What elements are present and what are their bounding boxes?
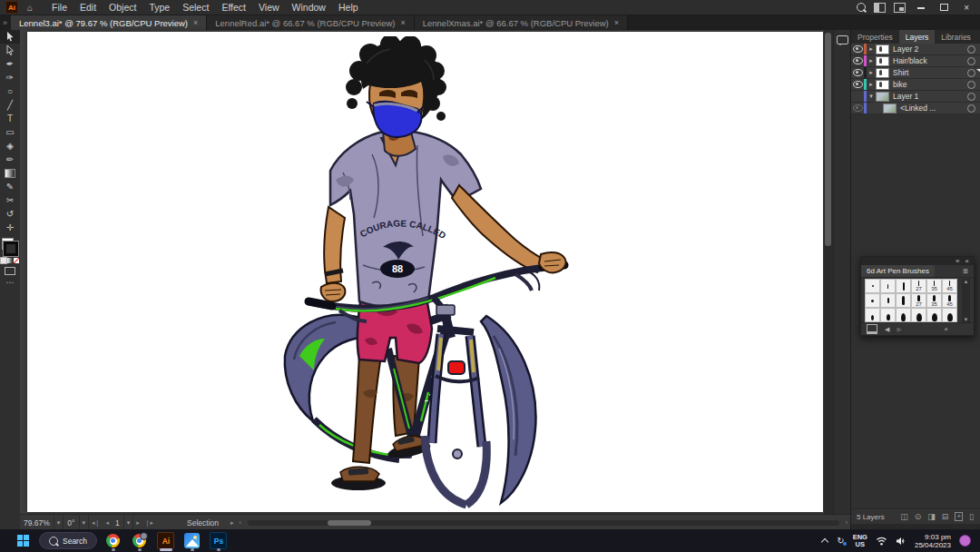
layer-row-shirt[interactable]: ▸ Shirt — [851, 67, 980, 79]
target-circle[interactable] — [967, 93, 975, 101]
search-icon[interactable] — [857, 3, 866, 12]
notification-badge[interactable] — [959, 535, 971, 547]
next-artboard-icon[interactable]: ▸ — [133, 519, 142, 527]
volume-icon[interactable] — [896, 537, 906, 546]
chrome-profile2-app-button[interactable] — [130, 531, 150, 551]
brush-swatch[interactable] — [926, 308, 942, 322]
tab-properties[interactable]: Properties — [851, 30, 899, 44]
expand-icon[interactable]: ▸ — [867, 69, 876, 76]
layer-row-layer2[interactable]: ▸ Layer 2 — [851, 44, 980, 55]
collapse-panel-icon[interactable]: « — [956, 257, 959, 265]
scroll-right-icon[interactable]: › — [843, 519, 850, 526]
none-button[interactable] — [14, 258, 19, 263]
first-artboard-icon[interactable]: ◂❘ — [89, 519, 103, 527]
brush-swatch[interactable]: 35 — [926, 293, 942, 308]
brush-libraries-icon[interactable] — [867, 324, 877, 334]
gradient-button[interactable] — [7, 258, 13, 263]
brush-swatch[interactable]: 45 — [942, 293, 957, 308]
prev-artboard-icon[interactable]: ◂ — [103, 519, 112, 527]
brush-swatch[interactable]: 35 — [926, 279, 942, 293]
menu-help[interactable]: Help — [332, 0, 365, 15]
taskbar-search[interactable]: Search — [39, 532, 97, 549]
close-tab-icon[interactable]: × — [400, 18, 405, 27]
collect-for-export-icon[interactable]: ◫ — [900, 512, 908, 521]
target-circle[interactable] — [967, 57, 975, 65]
type-tool[interactable]: T — [0, 112, 20, 125]
color-mode-buttons[interactable] — [0, 258, 20, 263]
brush-swatch[interactable] — [865, 308, 880, 322]
rotate-view-tool[interactable]: ↺ — [0, 207, 20, 221]
edit-toolbar-icon[interactable]: ⋯ — [0, 278, 20, 287]
close-tab-icon[interactable]: × — [614, 18, 619, 27]
brush-swatch[interactable] — [865, 279, 880, 293]
visibility-toggle[interactable] — [851, 57, 864, 64]
rotation-value[interactable]: 0° — [64, 518, 78, 527]
delete-brush-icon[interactable]: × — [944, 325, 948, 333]
new-layer-icon[interactable]: + — [955, 512, 963, 521]
line-segment-tool[interactable]: ╱ — [0, 98, 20, 112]
maximize-button[interactable] — [936, 3, 952, 13]
artboard-number[interactable]: 1 — [112, 518, 123, 527]
pen-tool[interactable]: ✒ — [0, 57, 20, 71]
tab-layers[interactable]: Layers — [899, 30, 936, 44]
scroll-left-icon[interactable]: ‹ — [237, 519, 244, 526]
menu-effect[interactable]: Effect — [215, 0, 252, 15]
brush-swatch[interactable] — [880, 279, 896, 293]
expand-icon[interactable]: ▸ — [867, 57, 876, 64]
doc-tab-lennelxmas[interactable]: LennelXmas.ai* @ 66.67 % (RGB/CPU Previe… — [415, 15, 628, 30]
target-circle[interactable] — [967, 69, 975, 77]
blob-brush-tool[interactable]: ✎ — [0, 180, 20, 193]
target-circle[interactable] — [967, 104, 975, 113]
photoshop-app-button[interactable]: Ps — [209, 531, 229, 551]
layer-row-linked[interactable]: <Linked ... — [851, 103, 980, 114]
ellipse-tool[interactable]: ○ — [0, 84, 20, 98]
sync-tray-icon[interactable]: ↻ — [837, 536, 844, 546]
layer-name[interactable]: <Linked ... — [900, 104, 936, 113]
brush-swatch[interactable] — [896, 293, 911, 308]
brush-swatch[interactable] — [880, 293, 896, 308]
visibility-toggle[interactable] — [851, 69, 864, 76]
layer-row-bike[interactable]: ▸ bike — [851, 79, 980, 91]
language-switcher[interactable]: ENG US — [853, 534, 867, 548]
menu-file[interactable]: File — [45, 0, 74, 15]
vertical-scrollbar-thumb[interactable] — [825, 33, 831, 246]
new-sublayer-icon[interactable]: ⊟ — [942, 512, 949, 521]
artboard-dropdown-icon[interactable]: ▾ — [123, 515, 134, 530]
gradient-tool[interactable] — [0, 166, 20, 180]
layer-name[interactable]: Layer 1 — [893, 92, 918, 101]
close-button[interactable]: × — [960, 3, 973, 13]
selection-tool[interactable] — [0, 30, 20, 44]
hidden-icons-chevron[interactable] — [821, 537, 828, 545]
horizontal-scrollbar-thumb[interactable] — [328, 520, 371, 526]
doc-tab-lennelred[interactable]: LennelRed.ai* @ 66.67 % (RGB/CPU Preview… — [207, 15, 414, 30]
drawing-modes-button[interactable] — [5, 267, 15, 275]
arrange-documents-icon[interactable] — [874, 3, 886, 13]
target-circle[interactable] — [967, 81, 975, 89]
brush-swatch[interactable] — [911, 308, 926, 322]
doc-tab-lennel3[interactable]: Lennel3.ai* @ 79.67 % (RGB/CPU Preview) … — [11, 15, 207, 30]
fill-stroke-swatches[interactable] — [1, 238, 19, 256]
brushes-scrollbar[interactable]: ▲▼ — [962, 279, 970, 322]
wifi-icon[interactable] — [876, 537, 887, 546]
color-button[interactable] — [1, 258, 6, 263]
brushes-tab[interactable]: 6d Art Pen Brushes — [861, 265, 935, 277]
artboard[interactable]: COURAGE CALLED 88 — [27, 32, 823, 512]
brush-swatch[interactable] — [942, 308, 957, 322]
expand-icon[interactable]: ▸ — [867, 45, 876, 53]
layer-name[interactable]: Shirt — [893, 68, 908, 77]
shaper-tool[interactable]: ◈ — [0, 139, 20, 153]
menu-select[interactable]: Select — [176, 0, 215, 15]
canvas[interactable]: COURAGE CALLED 88 — [20, 30, 824, 514]
zoom-level[interactable]: 79.67% — [20, 518, 54, 527]
layer-row-hairblack[interactable]: ▸ Hair/black — [851, 55, 980, 67]
next-brush-icon[interactable]: ▶ — [897, 326, 901, 333]
artwork-boy-on-bike[interactable]: COURAGE CALLED 88 — [272, 36, 590, 510]
brush-swatch[interactable] — [880, 308, 896, 322]
artboard-tool[interactable]: ▭ — [0, 125, 20, 139]
hand-tool[interactable]: ✛ — [0, 221, 20, 234]
brush-swatch[interactable]: 27 — [911, 279, 926, 293]
menu-type[interactable]: Type — [142, 0, 176, 15]
brush-swatch[interactable] — [896, 308, 911, 322]
locate-object-icon[interactable]: ⊙ — [915, 512, 922, 521]
visibility-toggle[interactable] — [851, 81, 864, 88]
